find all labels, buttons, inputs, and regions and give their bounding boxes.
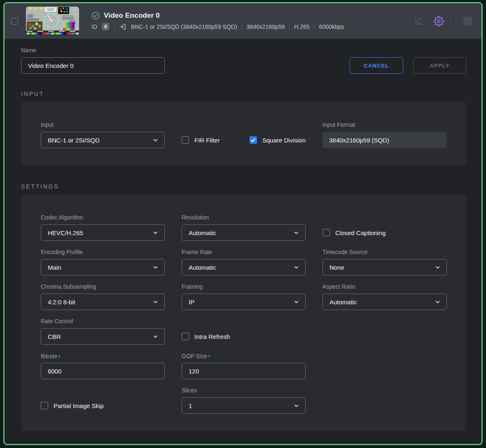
empty-cell [322, 318, 447, 345]
frame-rate-select[interactable]: Automatic [182, 259, 306, 275]
chevron-down-icon [435, 299, 441, 305]
framing-label: Framing [182, 283, 306, 290]
slices-label: Slices [182, 387, 306, 394]
input-checkbox-pair: FIR Filter Square Division [182, 121, 306, 148]
bitrate-label: Bitrate• [41, 352, 165, 359]
video-preview-thumbnail[interactable] [26, 7, 79, 35]
resolution-label: Resolution [182, 214, 306, 221]
intra-refresh-group: Intra Refresh [182, 318, 306, 345]
divider [289, 23, 290, 30]
name-field-group: Name [21, 47, 165, 74]
empty-cell [322, 352, 447, 379]
intra-refresh-checkbox[interactable] [182, 333, 189, 340]
closed-captioning-checkbox-row[interactable]: Closed Captioning [322, 224, 447, 241]
resolution-select[interactable]: Automatic [182, 224, 306, 241]
input-format-group: Input Format 3840x2160p59 (SQD) [322, 121, 447, 148]
page-title: Video Encoder 0 [104, 12, 160, 20]
apply-button[interactable]: APPLY [413, 57, 466, 74]
frame-rate-group: Frame Rate Automatic [182, 249, 306, 275]
status-ok-icon [91, 12, 100, 20]
fir-filter-label: FIR Filter [194, 137, 220, 144]
gop-size-label: GOP Size• [182, 352, 306, 359]
timecode-source-group: Timecode Source None [322, 249, 447, 275]
empty-cell [322, 387, 447, 414]
codec-algorithm-select[interactable]: HEVC/H.265 [41, 224, 165, 241]
timecode-source-select[interactable]: None [322, 259, 447, 275]
square-division-label: Square Division [262, 137, 306, 144]
encoder-window: Video Encoder 0 ID 0 BNC-1 or 2SI/SQD (3… [3, 2, 483, 445]
chroma-subsampling-label: Chroma Subsampling [41, 283, 165, 290]
encoder-form: Name CANCEL APPLY INPUT Input BNC-1 or 2… [5, 39, 481, 431]
input-source-group: Input BNC-1 or 2SI/SQD [41, 121, 165, 148]
intra-refresh-checkbox-row[interactable]: Intra Refresh [182, 328, 306, 345]
status-square[interactable] [463, 16, 472, 26]
select-encoder-checkbox[interactable] [11, 18, 18, 25]
name-input[interactable] [21, 57, 165, 74]
aspect-ratio-group: Aspect Ratio Automatic [322, 283, 447, 310]
square-division-checkbox-row[interactable]: Square Division [250, 132, 306, 148]
partial-image-skip-checkbox-row[interactable]: Partial Image Skip [41, 397, 165, 414]
encoding-profile-select[interactable]: Main [41, 259, 165, 275]
framing-group: Framing IP [182, 283, 306, 310]
rate-control-group: Rate Control CBR [41, 318, 165, 345]
divider [114, 23, 114, 30]
gear-icon [434, 16, 444, 26]
input-source-select[interactable]: BNC-1 or 2SI/SQD [41, 132, 165, 148]
divider [242, 23, 242, 30]
bitrate-input[interactable] [41, 363, 165, 379]
gop-size-input[interactable] [182, 363, 306, 379]
rate-control-value: CBR [48, 333, 61, 340]
square-division-checkbox[interactable] [250, 136, 257, 144]
header-actions [414, 12, 472, 30]
framing-value: IP [189, 299, 194, 306]
framing-select[interactable]: IP [182, 294, 306, 310]
slices-select[interactable]: 1 [182, 397, 306, 414]
partial-image-skip-checkbox[interactable] [41, 402, 48, 409]
chevron-down-icon [293, 230, 299, 236]
required-indicator: • [58, 352, 60, 359]
input-format-label: Input Format [322, 121, 447, 128]
spacer-label [182, 121, 306, 128]
input-format-value: 3840x2160p59 (SQD) [322, 132, 447, 148]
aspect-ratio-select[interactable]: Automatic [322, 294, 447, 310]
codec-algorithm-label: Codec Algorithm [41, 214, 165, 221]
encoding-profile-value: Main [48, 264, 61, 271]
chevron-down-icon [293, 299, 299, 305]
closed-captioning-checkbox[interactable] [322, 229, 330, 236]
header-codec: H.265 [294, 23, 309, 30]
codec-algorithm-group: Codec Algorithm HEVC/H.265 [41, 214, 165, 241]
header-info: Video Encoder 0 ID 0 BNC-1 or 2SI/SQD (3… [91, 12, 414, 30]
partial-image-skip-label: Partial Image Skip [54, 402, 104, 409]
header-divider [453, 12, 454, 30]
input-source-label: Input [41, 121, 165, 128]
aspect-ratio-label: Aspect Ratio [322, 283, 447, 290]
header-format: 3840x2160p59 [247, 23, 285, 30]
divider [314, 23, 315, 30]
input-section-heading: INPUT [21, 91, 466, 97]
fir-filter-checkbox-row[interactable]: FIR Filter [182, 132, 220, 148]
statistics-button[interactable] [414, 16, 424, 26]
rate-control-select[interactable]: CBR [41, 328, 165, 345]
chevron-down-icon [152, 299, 159, 305]
chevron-down-icon [152, 334, 159, 340]
spacer-label [322, 214, 447, 221]
bitrate-group: Bitrate• [41, 352, 165, 379]
encoder-header: Video Encoder 0 ID 0 BNC-1 or 2SI/SQD (3… [5, 3, 481, 39]
closed-captioning-group: Closed Captioning [322, 214, 447, 241]
fir-filter-checkbox[interactable] [182, 136, 189, 144]
spacer-label [182, 318, 306, 325]
encoding-profile-label: Encoding Profile [41, 249, 165, 256]
chroma-subsampling-select[interactable]: 4:2:0 8-bit [41, 294, 165, 310]
cancel-button[interactable]: CANCEL [350, 57, 403, 74]
settings-section-heading: SETTINGS [21, 183, 466, 190]
name-label: Name [21, 47, 165, 54]
chevron-down-icon [293, 264, 299, 271]
id-label: ID [91, 23, 97, 30]
settings-button[interactable] [434, 16, 444, 26]
timecode-source-value: None [329, 264, 344, 271]
intra-refresh-label: Intra Refresh [194, 333, 230, 340]
chevron-down-icon [152, 264, 159, 271]
rate-control-label: Rate Control [41, 318, 165, 325]
timecode-source-label: Timecode Source [322, 249, 447, 256]
input-icon [119, 23, 126, 30]
